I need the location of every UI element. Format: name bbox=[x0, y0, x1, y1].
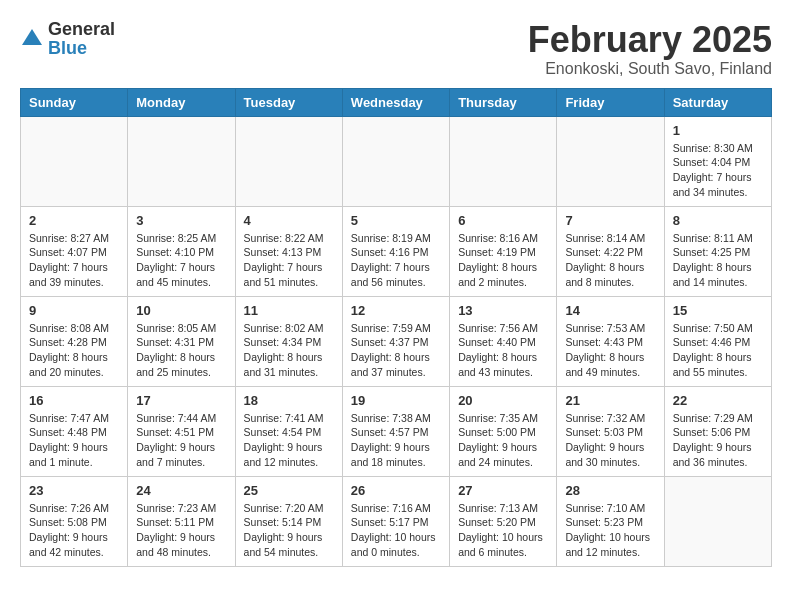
calendar-cell: 1Sunrise: 8:30 AM Sunset: 4:04 PM Daylig… bbox=[664, 116, 771, 206]
svg-marker-0 bbox=[22, 29, 42, 45]
day-info: Sunrise: 7:38 AM Sunset: 4:57 PM Dayligh… bbox=[351, 411, 441, 470]
calendar-table: SundayMondayTuesdayWednesdayThursdayFrid… bbox=[20, 88, 772, 567]
calendar-cell bbox=[342, 116, 449, 206]
day-number: 7 bbox=[565, 213, 655, 228]
day-info: Sunrise: 7:16 AM Sunset: 5:17 PM Dayligh… bbox=[351, 501, 441, 560]
calendar-cell: 21Sunrise: 7:32 AM Sunset: 5:03 PM Dayli… bbox=[557, 386, 664, 476]
calendar-cell: 9Sunrise: 8:08 AM Sunset: 4:28 PM Daylig… bbox=[21, 296, 128, 386]
day-info: Sunrise: 7:56 AM Sunset: 4:40 PM Dayligh… bbox=[458, 321, 548, 380]
day-info: Sunrise: 7:10 AM Sunset: 5:23 PM Dayligh… bbox=[565, 501, 655, 560]
weekday-header: Friday bbox=[557, 88, 664, 116]
weekday-header: Monday bbox=[128, 88, 235, 116]
calendar-subtitle: Enonkoski, South Savo, Finland bbox=[528, 60, 772, 78]
day-number: 20 bbox=[458, 393, 548, 408]
day-info: Sunrise: 8:27 AM Sunset: 4:07 PM Dayligh… bbox=[29, 231, 119, 290]
calendar-cell: 26Sunrise: 7:16 AM Sunset: 5:17 PM Dayli… bbox=[342, 476, 449, 566]
calendar-cell: 19Sunrise: 7:38 AM Sunset: 4:57 PM Dayli… bbox=[342, 386, 449, 476]
weekday-header: Wednesday bbox=[342, 88, 449, 116]
day-info: Sunrise: 7:32 AM Sunset: 5:03 PM Dayligh… bbox=[565, 411, 655, 470]
day-number: 23 bbox=[29, 483, 119, 498]
day-number: 9 bbox=[29, 303, 119, 318]
weekday-header: Tuesday bbox=[235, 88, 342, 116]
title-section: February 2025 Enonkoski, South Savo, Fin… bbox=[528, 20, 772, 78]
day-number: 24 bbox=[136, 483, 226, 498]
day-number: 8 bbox=[673, 213, 763, 228]
calendar-cell: 13Sunrise: 7:56 AM Sunset: 4:40 PM Dayli… bbox=[450, 296, 557, 386]
header: General Blue February 2025 Enonkoski, So… bbox=[20, 20, 772, 78]
weekday-header-row: SundayMondayTuesdayWednesdayThursdayFrid… bbox=[21, 88, 772, 116]
calendar-cell: 28Sunrise: 7:10 AM Sunset: 5:23 PM Dayli… bbox=[557, 476, 664, 566]
day-number: 16 bbox=[29, 393, 119, 408]
day-number: 27 bbox=[458, 483, 548, 498]
day-info: Sunrise: 7:50 AM Sunset: 4:46 PM Dayligh… bbox=[673, 321, 763, 380]
calendar-cell: 4Sunrise: 8:22 AM Sunset: 4:13 PM Daylig… bbox=[235, 206, 342, 296]
day-number: 6 bbox=[458, 213, 548, 228]
day-info: Sunrise: 8:08 AM Sunset: 4:28 PM Dayligh… bbox=[29, 321, 119, 380]
day-number: 19 bbox=[351, 393, 441, 408]
calendar-cell bbox=[21, 116, 128, 206]
calendar-cell: 2Sunrise: 8:27 AM Sunset: 4:07 PM Daylig… bbox=[21, 206, 128, 296]
day-number: 13 bbox=[458, 303, 548, 318]
logo-icon bbox=[20, 27, 44, 51]
day-number: 12 bbox=[351, 303, 441, 318]
weekday-header: Thursday bbox=[450, 88, 557, 116]
logo-general: General bbox=[48, 19, 115, 39]
calendar-cell bbox=[128, 116, 235, 206]
calendar-cell bbox=[664, 476, 771, 566]
calendar-week-row: 23Sunrise: 7:26 AM Sunset: 5:08 PM Dayli… bbox=[21, 476, 772, 566]
day-number: 11 bbox=[244, 303, 334, 318]
day-number: 22 bbox=[673, 393, 763, 408]
calendar-week-row: 9Sunrise: 8:08 AM Sunset: 4:28 PM Daylig… bbox=[21, 296, 772, 386]
calendar-cell: 27Sunrise: 7:13 AM Sunset: 5:20 PM Dayli… bbox=[450, 476, 557, 566]
day-info: Sunrise: 7:47 AM Sunset: 4:48 PM Dayligh… bbox=[29, 411, 119, 470]
calendar-title: February 2025 bbox=[528, 20, 772, 60]
day-number: 5 bbox=[351, 213, 441, 228]
calendar-week-row: 16Sunrise: 7:47 AM Sunset: 4:48 PM Dayli… bbox=[21, 386, 772, 476]
logo: General Blue bbox=[20, 20, 115, 58]
calendar-cell: 8Sunrise: 8:11 AM Sunset: 4:25 PM Daylig… bbox=[664, 206, 771, 296]
calendar-week-row: 1Sunrise: 8:30 AM Sunset: 4:04 PM Daylig… bbox=[21, 116, 772, 206]
day-info: Sunrise: 8:16 AM Sunset: 4:19 PM Dayligh… bbox=[458, 231, 548, 290]
calendar-cell: 18Sunrise: 7:41 AM Sunset: 4:54 PM Dayli… bbox=[235, 386, 342, 476]
day-info: Sunrise: 8:22 AM Sunset: 4:13 PM Dayligh… bbox=[244, 231, 334, 290]
calendar-cell bbox=[235, 116, 342, 206]
day-info: Sunrise: 8:05 AM Sunset: 4:31 PM Dayligh… bbox=[136, 321, 226, 380]
day-info: Sunrise: 7:44 AM Sunset: 4:51 PM Dayligh… bbox=[136, 411, 226, 470]
day-info: Sunrise: 8:25 AM Sunset: 4:10 PM Dayligh… bbox=[136, 231, 226, 290]
day-number: 3 bbox=[136, 213, 226, 228]
calendar-cell: 7Sunrise: 8:14 AM Sunset: 4:22 PM Daylig… bbox=[557, 206, 664, 296]
day-info: Sunrise: 7:59 AM Sunset: 4:37 PM Dayligh… bbox=[351, 321, 441, 380]
calendar-cell: 10Sunrise: 8:05 AM Sunset: 4:31 PM Dayli… bbox=[128, 296, 235, 386]
calendar-cell: 17Sunrise: 7:44 AM Sunset: 4:51 PM Dayli… bbox=[128, 386, 235, 476]
day-info: Sunrise: 7:26 AM Sunset: 5:08 PM Dayligh… bbox=[29, 501, 119, 560]
day-number: 14 bbox=[565, 303, 655, 318]
day-number: 2 bbox=[29, 213, 119, 228]
day-number: 21 bbox=[565, 393, 655, 408]
day-number: 25 bbox=[244, 483, 334, 498]
day-info: Sunrise: 8:19 AM Sunset: 4:16 PM Dayligh… bbox=[351, 231, 441, 290]
calendar-cell: 15Sunrise: 7:50 AM Sunset: 4:46 PM Dayli… bbox=[664, 296, 771, 386]
day-number: 17 bbox=[136, 393, 226, 408]
day-info: Sunrise: 7:20 AM Sunset: 5:14 PM Dayligh… bbox=[244, 501, 334, 560]
calendar-cell: 11Sunrise: 8:02 AM Sunset: 4:34 PM Dayli… bbox=[235, 296, 342, 386]
day-info: Sunrise: 8:02 AM Sunset: 4:34 PM Dayligh… bbox=[244, 321, 334, 380]
calendar-cell: 24Sunrise: 7:23 AM Sunset: 5:11 PM Dayli… bbox=[128, 476, 235, 566]
day-info: Sunrise: 7:23 AM Sunset: 5:11 PM Dayligh… bbox=[136, 501, 226, 560]
calendar-cell: 23Sunrise: 7:26 AM Sunset: 5:08 PM Dayli… bbox=[21, 476, 128, 566]
day-info: Sunrise: 8:11 AM Sunset: 4:25 PM Dayligh… bbox=[673, 231, 763, 290]
weekday-header: Sunday bbox=[21, 88, 128, 116]
calendar-week-row: 2Sunrise: 8:27 AM Sunset: 4:07 PM Daylig… bbox=[21, 206, 772, 296]
calendar-cell: 12Sunrise: 7:59 AM Sunset: 4:37 PM Dayli… bbox=[342, 296, 449, 386]
day-info: Sunrise: 7:29 AM Sunset: 5:06 PM Dayligh… bbox=[673, 411, 763, 470]
calendar-cell: 3Sunrise: 8:25 AM Sunset: 4:10 PM Daylig… bbox=[128, 206, 235, 296]
day-number: 1 bbox=[673, 123, 763, 138]
day-info: Sunrise: 7:35 AM Sunset: 5:00 PM Dayligh… bbox=[458, 411, 548, 470]
weekday-header: Saturday bbox=[664, 88, 771, 116]
day-number: 28 bbox=[565, 483, 655, 498]
day-number: 10 bbox=[136, 303, 226, 318]
day-number: 26 bbox=[351, 483, 441, 498]
calendar-cell: 22Sunrise: 7:29 AM Sunset: 5:06 PM Dayli… bbox=[664, 386, 771, 476]
day-number: 18 bbox=[244, 393, 334, 408]
day-number: 4 bbox=[244, 213, 334, 228]
logo-blue: Blue bbox=[48, 38, 87, 58]
